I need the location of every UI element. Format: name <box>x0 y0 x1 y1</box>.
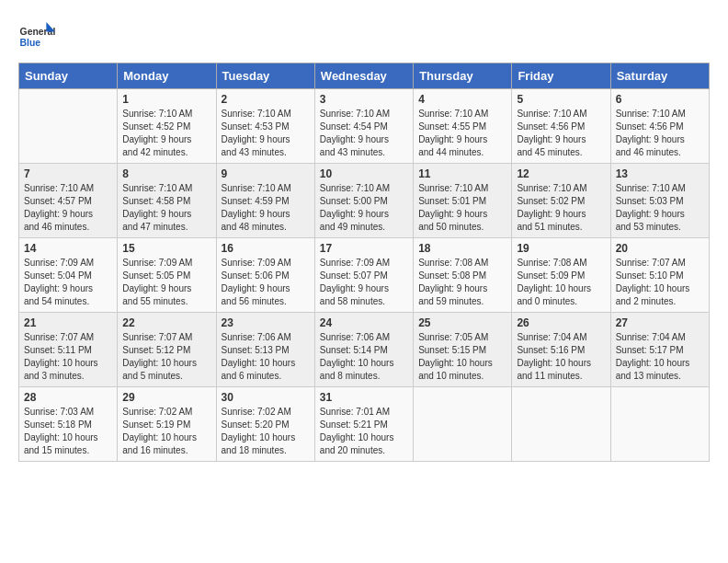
calendar-week-row: 28Sunrise: 7:03 AM Sunset: 5:18 PM Dayli… <box>19 387 710 462</box>
calendar-cell <box>414 387 512 462</box>
cell-content: Sunrise: 7:02 AM Sunset: 5:19 PM Dayligh… <box>122 406 210 457</box>
calendar-cell: 11Sunrise: 7:10 AM Sunset: 5:01 PM Dayli… <box>414 164 512 238</box>
calendar-cell: 3Sunrise: 7:10 AM Sunset: 4:54 PM Daylig… <box>314 89 413 164</box>
day-number: 7 <box>24 167 112 180</box>
cell-content: Sunrise: 7:10 AM Sunset: 4:56 PM Dayligh… <box>517 108 605 159</box>
logo: General Blue <box>18 18 59 55</box>
day-of-week-header: Wednesday <box>314 63 413 89</box>
calendar-cell: 6Sunrise: 7:10 AM Sunset: 4:56 PM Daylig… <box>610 89 709 164</box>
calendar-week-row: 21Sunrise: 7:07 AM Sunset: 5:11 PM Dayli… <box>19 313 710 387</box>
calendar-cell: 10Sunrise: 7:10 AM Sunset: 5:00 PM Dayli… <box>314 164 413 238</box>
calendar-week-row: 1Sunrise: 7:10 AM Sunset: 4:52 PM Daylig… <box>19 89 710 164</box>
day-number: 21 <box>24 316 112 329</box>
cell-content: Sunrise: 7:01 AM Sunset: 5:21 PM Dayligh… <box>320 406 408 457</box>
cell-content: Sunrise: 7:10 AM Sunset: 5:00 PM Dayligh… <box>320 182 408 234</box>
day-number: 16 <box>222 242 310 255</box>
day-of-week-header: Friday <box>512 63 610 89</box>
calendar-cell: 16Sunrise: 7:09 AM Sunset: 5:06 PM Dayli… <box>216 238 314 313</box>
calendar-cell: 25Sunrise: 7:05 AM Sunset: 5:15 PM Dayli… <box>414 313 512 387</box>
day-of-week-header: Sunday <box>19 63 118 89</box>
day-number: 25 <box>418 316 506 329</box>
calendar-cell <box>512 387 610 462</box>
cell-content: Sunrise: 7:02 AM Sunset: 5:20 PM Dayligh… <box>222 406 310 457</box>
day-number: 4 <box>418 93 506 106</box>
cell-content: Sunrise: 7:05 AM Sunset: 5:15 PM Dayligh… <box>418 331 506 383</box>
day-number: 31 <box>320 391 408 404</box>
calendar-cell: 17Sunrise: 7:09 AM Sunset: 5:07 PM Dayli… <box>314 238 413 313</box>
cell-content: Sunrise: 7:10 AM Sunset: 5:03 PM Dayligh… <box>616 182 704 234</box>
day-number: 2 <box>222 93 310 106</box>
day-number: 18 <box>418 242 506 255</box>
cell-content: Sunrise: 7:04 AM Sunset: 5:16 PM Dayligh… <box>517 331 605 383</box>
calendar-cell <box>19 89 118 164</box>
calendar-cell: 26Sunrise: 7:04 AM Sunset: 5:16 PM Dayli… <box>512 313 610 387</box>
calendar-cell: 9Sunrise: 7:10 AM Sunset: 4:59 PM Daylig… <box>216 164 314 238</box>
page-header: General Blue <box>18 18 710 55</box>
day-of-week-header: Monday <box>118 63 216 89</box>
day-number: 30 <box>222 391 310 404</box>
calendar-cell: 15Sunrise: 7:09 AM Sunset: 5:05 PM Dayli… <box>118 238 216 313</box>
calendar-cell: 14Sunrise: 7:09 AM Sunset: 5:04 PM Dayli… <box>19 238 118 313</box>
cell-content: Sunrise: 7:10 AM Sunset: 4:55 PM Dayligh… <box>418 108 506 159</box>
day-number: 26 <box>517 316 605 329</box>
calendar-week-row: 14Sunrise: 7:09 AM Sunset: 5:04 PM Dayli… <box>19 238 710 313</box>
calendar-cell: 1Sunrise: 7:10 AM Sunset: 4:52 PM Daylig… <box>118 89 216 164</box>
calendar-cell: 24Sunrise: 7:06 AM Sunset: 5:14 PM Dayli… <box>314 313 413 387</box>
cell-content: Sunrise: 7:03 AM Sunset: 5:18 PM Dayligh… <box>24 406 112 457</box>
cell-content: Sunrise: 7:07 AM Sunset: 5:12 PM Dayligh… <box>122 331 210 383</box>
day-number: 23 <box>222 316 310 329</box>
day-number: 12 <box>517 167 605 180</box>
cell-content: Sunrise: 7:08 AM Sunset: 5:09 PM Dayligh… <box>517 257 605 308</box>
calendar-table: SundayMondayTuesdayWednesdayThursdayFrid… <box>18 63 710 462</box>
cell-content: Sunrise: 7:10 AM Sunset: 5:01 PM Dayligh… <box>418 182 506 234</box>
day-number: 19 <box>517 242 605 255</box>
day-number: 3 <box>320 93 408 106</box>
day-number: 13 <box>616 167 704 180</box>
day-number: 10 <box>320 167 408 180</box>
cell-content: Sunrise: 7:07 AM Sunset: 5:11 PM Dayligh… <box>24 331 112 383</box>
day-number: 28 <box>24 391 112 404</box>
calendar-cell: 23Sunrise: 7:06 AM Sunset: 5:13 PM Dayli… <box>216 313 314 387</box>
day-number: 6 <box>616 93 704 106</box>
day-number: 24 <box>320 316 408 329</box>
day-number: 14 <box>24 242 112 255</box>
calendar-cell: 12Sunrise: 7:10 AM Sunset: 5:02 PM Dayli… <box>512 164 610 238</box>
day-number: 15 <box>122 242 210 255</box>
calendar-cell: 28Sunrise: 7:03 AM Sunset: 5:18 PM Dayli… <box>19 387 118 462</box>
cell-content: Sunrise: 7:10 AM Sunset: 4:57 PM Dayligh… <box>24 182 112 234</box>
cell-content: Sunrise: 7:09 AM Sunset: 5:06 PM Dayligh… <box>222 257 310 308</box>
cell-content: Sunrise: 7:10 AM Sunset: 5:02 PM Dayligh… <box>517 182 605 234</box>
cell-content: Sunrise: 7:08 AM Sunset: 5:08 PM Dayligh… <box>418 257 506 308</box>
calendar-cell: 4Sunrise: 7:10 AM Sunset: 4:55 PM Daylig… <box>414 89 512 164</box>
calendar-cell: 19Sunrise: 7:08 AM Sunset: 5:09 PM Dayli… <box>512 238 610 313</box>
cell-content: Sunrise: 7:10 AM Sunset: 4:59 PM Dayligh… <box>222 182 310 234</box>
cell-content: Sunrise: 7:10 AM Sunset: 4:56 PM Dayligh… <box>616 108 704 159</box>
calendar-header-row: SundayMondayTuesdayWednesdayThursdayFrid… <box>19 63 710 89</box>
calendar-cell: 20Sunrise: 7:07 AM Sunset: 5:10 PM Dayli… <box>610 238 709 313</box>
day-of-week-header: Tuesday <box>216 63 314 89</box>
day-of-week-header: Saturday <box>610 63 709 89</box>
calendar-week-row: 7Sunrise: 7:10 AM Sunset: 4:57 PM Daylig… <box>19 164 710 238</box>
calendar-cell: 29Sunrise: 7:02 AM Sunset: 5:19 PM Dayli… <box>118 387 216 462</box>
calendar-cell: 8Sunrise: 7:10 AM Sunset: 4:58 PM Daylig… <box>118 164 216 238</box>
calendar-cell: 13Sunrise: 7:10 AM Sunset: 5:03 PM Dayli… <box>610 164 709 238</box>
calendar-cell: 21Sunrise: 7:07 AM Sunset: 5:11 PM Dayli… <box>19 313 118 387</box>
day-number: 22 <box>122 316 210 329</box>
calendar-cell: 22Sunrise: 7:07 AM Sunset: 5:12 PM Dayli… <box>118 313 216 387</box>
calendar-cell: 18Sunrise: 7:08 AM Sunset: 5:08 PM Dayli… <box>414 238 512 313</box>
calendar-cell: 2Sunrise: 7:10 AM Sunset: 4:53 PM Daylig… <box>216 89 314 164</box>
calendar-cell: 30Sunrise: 7:02 AM Sunset: 5:20 PM Dayli… <box>216 387 314 462</box>
cell-content: Sunrise: 7:04 AM Sunset: 5:17 PM Dayligh… <box>616 331 704 383</box>
cell-content: Sunrise: 7:10 AM Sunset: 4:54 PM Dayligh… <box>320 108 408 159</box>
day-number: 27 <box>616 316 704 329</box>
day-number: 1 <box>122 93 210 106</box>
day-number: 29 <box>122 391 210 404</box>
day-number: 8 <box>122 167 210 180</box>
cell-content: Sunrise: 7:09 AM Sunset: 5:05 PM Dayligh… <box>122 257 210 308</box>
calendar-cell: 7Sunrise: 7:10 AM Sunset: 4:57 PM Daylig… <box>19 164 118 238</box>
day-number: 20 <box>616 242 704 255</box>
cell-content: Sunrise: 7:10 AM Sunset: 4:53 PM Dayligh… <box>222 108 310 159</box>
cell-content: Sunrise: 7:06 AM Sunset: 5:14 PM Dayligh… <box>320 331 408 383</box>
day-number: 17 <box>320 242 408 255</box>
calendar-cell: 31Sunrise: 7:01 AM Sunset: 5:21 PM Dayli… <box>314 387 413 462</box>
